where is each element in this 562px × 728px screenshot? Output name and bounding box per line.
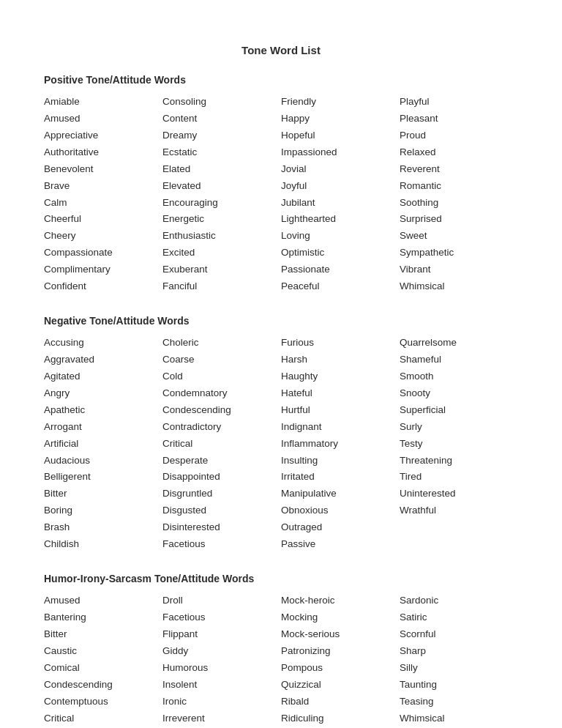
word-item: Content (162, 111, 281, 127)
word-column-positive-2: FriendlyHappyHopefulImpassionedJovialJoy… (281, 94, 400, 294)
word-item: Loving (281, 229, 400, 244)
word-item: Cold (162, 369, 281, 385)
word-item: Haughty (281, 369, 400, 385)
word-item: Scornful (400, 627, 518, 642)
word-item: Insulting (281, 453, 400, 469)
word-item: Impassioned (281, 145, 400, 160)
word-item: Condescending (44, 677, 162, 693)
word-item: Obnoxious (281, 503, 400, 519)
word-item: Elated (162, 162, 281, 177)
word-item: Taunting (400, 677, 518, 693)
word-item: Fanciful (162, 279, 281, 294)
word-item: Disappointed (162, 469, 281, 485)
section-heading-positive: Positive Tone/Attitude Words (44, 74, 518, 86)
section-negative: Negative Tone/Attitude WordsAccusingAggr… (44, 315, 518, 552)
word-item: Compassionate (44, 245, 162, 261)
word-column-positive-0: AmiableAmusedAppreciativeAuthoritativeBe… (44, 94, 162, 294)
word-item: Droll (162, 593, 281, 609)
word-item: Pompous (281, 661, 400, 676)
word-item: Agitated (44, 369, 162, 385)
word-item: Ironic (162, 694, 281, 710)
word-item: Excited (162, 245, 281, 261)
word-item: Soothing (400, 196, 518, 211)
word-column-negative-0: AccusingAggravatedAgitatedAngryApathetic… (44, 335, 162, 552)
word-item: Calm (44, 196, 162, 211)
word-item: Whimsical (400, 279, 518, 294)
word-item: Humorous (162, 661, 281, 676)
word-item: Complimentary (44, 262, 162, 278)
word-item: Coarse (162, 352, 281, 368)
word-item: Peaceful (281, 279, 400, 294)
word-item: Whimsical (400, 711, 518, 727)
word-item: Choleric (162, 335, 281, 351)
word-item: Passionate (281, 262, 400, 278)
word-item: Authoritative (44, 145, 162, 160)
word-item: Enthusiastic (162, 229, 281, 244)
word-item: Audacious (44, 453, 162, 469)
page-title: Tone Word List (44, 44, 518, 56)
section-heading-humor: Humor-Irony-Sarcasm Tone/Attitude Words (44, 573, 518, 584)
word-grid-humor: AmusedBanteringBitterCausticComicalConde… (44, 593, 518, 728)
word-item: Consoling (162, 94, 281, 110)
word-item: Exuberant (162, 262, 281, 278)
word-item: Disgruntled (162, 486, 281, 502)
word-item: Superficial (400, 403, 518, 418)
word-item: Manipulative (281, 486, 400, 502)
word-item: Joyful (281, 179, 400, 194)
word-item: Shameful (400, 352, 518, 368)
word-item: Brave (44, 179, 162, 194)
word-item: Passive (281, 537, 400, 552)
word-item: Tired (400, 469, 518, 485)
word-item: Happy (281, 111, 400, 127)
word-item: Facetious (162, 610, 281, 625)
word-item: Comical (44, 661, 162, 676)
section-positive: Positive Tone/Attitude WordsAmiableAmuse… (44, 74, 518, 294)
word-item: Uninterested (400, 486, 518, 502)
word-grid-positive: AmiableAmusedAppreciativeAuthoritativeBe… (44, 94, 518, 294)
word-item: Critical (44, 711, 162, 727)
word-item: Optimistic (281, 245, 400, 261)
word-item: Vibrant (400, 262, 518, 278)
word-item: Satiric (400, 610, 518, 625)
word-item: Angry (44, 386, 162, 401)
word-item: Testy (400, 437, 518, 452)
word-item: Cheery (44, 229, 162, 244)
word-item: Brash (44, 520, 162, 535)
word-item: Sharp (400, 644, 518, 659)
word-item: Furious (281, 335, 400, 351)
word-item: Outraged (281, 520, 400, 535)
word-item: Benevolent (44, 162, 162, 177)
word-item: Sympathetic (400, 245, 518, 261)
word-item: Bantering (44, 610, 162, 625)
section-humor: Humor-Irony-Sarcasm Tone/Attitude WordsA… (44, 573, 518, 728)
word-item: Flippant (162, 627, 281, 642)
word-item: Threatening (400, 453, 518, 469)
word-item: Ribald (281, 694, 400, 710)
word-column-humor-3: SardonicSatiricScornfulSharpSillyTauntin… (400, 593, 518, 728)
word-column-negative-1: CholericCoarseColdCondemnatoryCondescend… (162, 335, 281, 552)
word-item: Wrathful (400, 503, 518, 519)
word-item: Patronizing (281, 644, 400, 659)
word-item: Mocking (281, 610, 400, 625)
word-item: Boring (44, 503, 162, 519)
word-item: Desperate (162, 453, 281, 469)
word-item: Arrogant (44, 420, 162, 435)
word-column-humor-0: AmusedBanteringBitterCausticComicalConde… (44, 593, 162, 728)
word-item: Hateful (281, 386, 400, 401)
word-item: Disgusted (162, 503, 281, 519)
word-item: Proud (400, 128, 518, 144)
word-item: Condescending (162, 403, 281, 418)
word-item: Amiable (44, 94, 162, 110)
word-item: Romantic (400, 179, 518, 194)
word-item: Quizzical (281, 677, 400, 693)
word-item: Relaxed (400, 145, 518, 160)
word-item: Mock-heroic (281, 593, 400, 609)
word-item: Hopeful (281, 128, 400, 144)
word-item: Accusing (44, 335, 162, 351)
word-grid-negative: AccusingAggravatedAgitatedAngryApathetic… (44, 335, 518, 552)
word-item: Dreamy (162, 128, 281, 144)
word-item: Apathetic (44, 403, 162, 418)
word-item: Giddy (162, 644, 281, 659)
word-item: Amused (44, 111, 162, 127)
word-item: Belligerent (44, 469, 162, 485)
